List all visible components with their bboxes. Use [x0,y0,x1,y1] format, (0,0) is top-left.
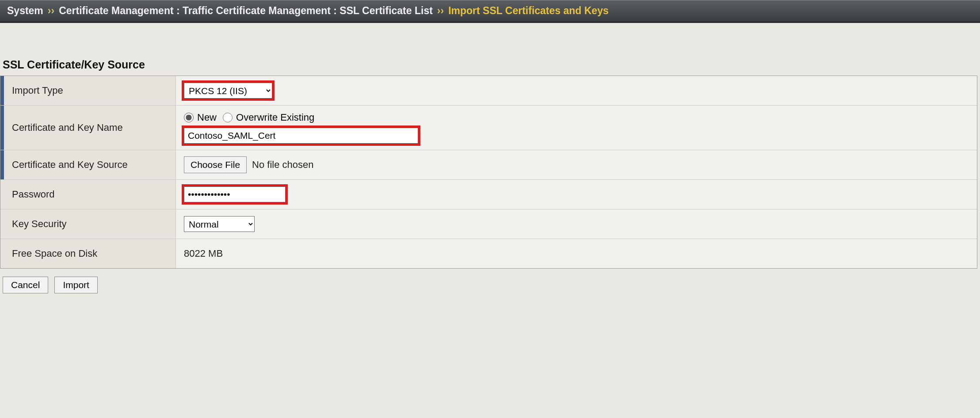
footer-buttons: Cancel Import [0,269,980,301]
label-cert-key-name: Certificate and Key Name [0,106,176,150]
label-import-type: Import Type [0,76,176,105]
cert-key-name-input[interactable] [184,128,418,144]
key-security-select[interactable]: Normal [184,216,255,232]
row-cert-key-name: Certificate and Key Name New Overwrite E… [0,106,977,150]
section-title: SSL Certificate/Key Source [0,58,980,76]
label-free-space: Free Space on Disk [0,239,176,268]
radio-overwrite[interactable] [223,113,233,122]
label-password: Password [0,180,176,209]
row-free-space: Free Space on Disk 8022 MB [0,239,977,268]
import-button[interactable]: Import [54,277,98,293]
import-type-select[interactable]: PKCS 12 (IIS) [184,83,272,99]
breadcrumb-separator-icon: ›› [437,5,444,17]
row-password: Password [0,180,977,209]
password-input[interactable] [184,186,286,202]
label-cert-key-source: Certificate and Key Source [0,150,176,179]
breadcrumb-path[interactable]: Certificate Management : Traffic Certifi… [59,5,433,17]
breadcrumb-root[interactable]: System [7,5,43,17]
radio-overwrite-label: Overwrite Existing [236,112,314,123]
file-chosen-status: No file chosen [252,159,313,171]
breadcrumb-separator-icon: ›› [48,5,54,17]
row-import-type: Import Type PKCS 12 (IIS) [0,76,977,106]
row-key-security: Key Security Normal [0,209,977,239]
choose-file-button[interactable]: Choose File [184,156,247,173]
row-cert-key-source: Certificate and Key Source Choose File N… [0,150,977,180]
breadcrumb-current: Import SSL Certificates and Keys [448,5,609,17]
form-table: Import Type PKCS 12 (IIS) Certificate an… [0,76,977,269]
radio-new-label: New [197,112,217,123]
breadcrumb: System ›› Certificate Management : Traff… [0,0,980,23]
label-key-security: Key Security [0,209,176,239]
free-space-value: 8022 MB [184,248,223,259]
radio-new[interactable] [184,113,194,122]
cancel-button[interactable]: Cancel [3,277,48,293]
